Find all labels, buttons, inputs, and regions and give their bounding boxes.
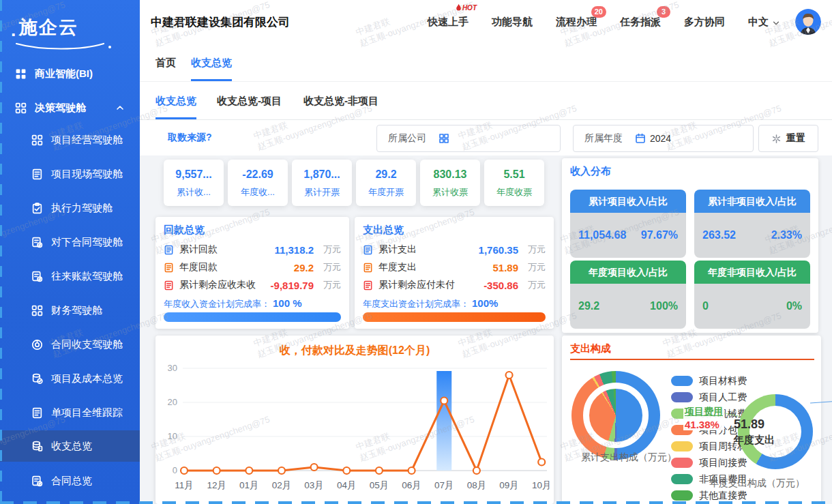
- process-count-badge: 20: [591, 6, 606, 18]
- legend-item[interactable]: 项目间接费: [671, 457, 760, 469]
- sidebar-item-project-operation[interactable]: 项目经营驾驶舱: [0, 125, 140, 155]
- sidebar-item-sub-contract[interactable]: 对下合同驾驶舱: [0, 227, 140, 257]
- stat-value: 830.13: [420, 168, 480, 181]
- payment-trend-chart[interactable]: 010203011月12月01月02月03月04月05月06月07月08月09月…: [155, 361, 554, 504]
- svg-text:03月: 03月: [304, 480, 324, 490]
- stat-label: 累计收...: [164, 186, 224, 198]
- stat-value: 5.51: [484, 168, 544, 181]
- logo-swoosh-icon: [14, 40, 116, 52]
- legend-item[interactable]: 其他直接费: [671, 490, 760, 501]
- sidebar-item-contract-payment[interactable]: 合同收支驾驶舱: [0, 329, 140, 359]
- nav-process-handling[interactable]: 20 流程办理: [556, 16, 597, 29]
- sidebar-item-label: 执行力驾驶舱: [51, 202, 113, 215]
- sidebar-item-income-expense[interactable]: 收支总览: [0, 430, 140, 462]
- nav-feature-guide[interactable]: 功能导航: [492, 16, 533, 29]
- svg-text:20: 20: [168, 397, 177, 407]
- target-icon: [31, 339, 43, 351]
- sidebar: · 施企云 商业智能(BI) 决策驾驶舱 项目经营驾驶舱 项目现场驾驶舱 执行力: [0, 0, 140, 504]
- stat-label: 年度收...: [228, 186, 288, 198]
- filter-bar: 取数来源? 所属公司 所属年度 2024 重置: [140, 120, 832, 155]
- pie-caption: 年度支出构成（万元）: [709, 477, 805, 490]
- sidebar-item-label: 项目现场驾驶舱: [51, 168, 123, 181]
- data-row: 年度支出 51.89 万元: [363, 261, 546, 274]
- sidebar-item-decision-cockpit[interactable]: 决策驾驶舱: [0, 93, 140, 123]
- chevron-down-icon: [772, 18, 780, 26]
- grid-icon: [31, 305, 43, 316]
- stat-label: 累计收票: [420, 186, 480, 198]
- sidebar-item-bi[interactable]: 商业智能(BI): [0, 59, 140, 89]
- nav-task-assign[interactable]: 3 任务指派: [620, 16, 661, 29]
- svg-text:0: 0: [173, 465, 177, 475]
- legend-swatch: [671, 474, 693, 484]
- sidebar-item-label: 单项目全维跟踪: [51, 406, 123, 419]
- collection-overview-panel: 回款总览 累计回款 11,318.2 万元 年度回款 29.2 万元 累计剩余应…: [155, 217, 349, 329]
- sub-tabs: 收支总览 收支总览-项目 收支总览-非项目: [140, 82, 832, 120]
- chart-title: 收，付款对比及走势图(12个月): [155, 344, 554, 358]
- income-card-cumulative-nonproject: 累计非项目收入/占比 263.522.33%: [694, 190, 810, 258]
- legend-label: 项目人工费: [699, 391, 747, 404]
- svg-text:04月: 04月: [337, 480, 357, 490]
- sidebar-item-accounts[interactable]: 往来账款驾驶舱: [0, 261, 140, 291]
- svg-text:08月: 08月: [467, 480, 487, 490]
- sidebar-item-label: 往来账款驾驶舱: [51, 270, 123, 283]
- svg-text:11月: 11月: [175, 480, 194, 490]
- title-underline: [570, 359, 814, 360]
- legend-swatch: [671, 392, 693, 402]
- language-selector[interactable]: 中文: [748, 16, 780, 29]
- document-icon: [363, 245, 373, 255]
- nav-collaboration[interactable]: 多方协同: [684, 16, 725, 29]
- svg-text:07月: 07月: [434, 480, 454, 490]
- panel-title: 回款总览: [164, 224, 205, 237]
- sidebar-item-single-project[interactable]: 单项目全维跟踪: [0, 398, 140, 428]
- stat-value: 9,557...: [164, 168, 224, 181]
- document-icon: [164, 280, 174, 291]
- reset-icon: [771, 134, 782, 144]
- stat-label: 年度收票: [484, 186, 544, 198]
- panel-title: 收入分布: [570, 165, 611, 178]
- subtab-project[interactable]: 收支总览-项目: [217, 82, 282, 119]
- stat-card-cumulative-income: 9,557... 累计收...: [164, 160, 224, 206]
- svg-text:30: 30: [168, 363, 177, 373]
- income-card-cumulative-project: 累计项目收入/占比 11,054.6897.67%: [570, 190, 686, 258]
- company-select[interactable]: 所属公司: [376, 125, 561, 152]
- user-avatar[interactable]: [795, 9, 821, 35]
- legend-item[interactable]: 项目人工费: [671, 391, 760, 403]
- legend-label: 项目间接费: [699, 457, 747, 469]
- app-logo[interactable]: · 施企云: [0, 10, 140, 53]
- top-header: 中建君联建设集团有限公司 HOT 快速上手 功能导航 20 流程办理 3 任务指…: [140, 0, 832, 44]
- sidebar-item-contract-overview[interactable]: 合同总览: [0, 466, 140, 496]
- document-badge-icon: [31, 237, 43, 248]
- legend-item[interactable]: 项目材料费: [671, 375, 760, 387]
- tab-income-expense[interactable]: 收支总览: [191, 44, 232, 81]
- year-select[interactable]: 所属年度 2024: [573, 125, 754, 152]
- sidebar-item-execution[interactable]: 执行力驾驶舱: [0, 193, 140, 223]
- sidebar-item-label: 项目经营驾驶舱: [51, 134, 123, 147]
- progress-label: 年度收入资金计划完成率：100 %: [164, 297, 302, 310]
- stat-card-annual-receipt: 5.51 年度收票: [484, 160, 544, 206]
- document-badge-icon: [31, 271, 43, 282]
- sidebar-item-finance[interactable]: 财务驾驶舱: [0, 295, 140, 325]
- legend-label: 项目材料费: [699, 375, 747, 387]
- legend-swatch: [671, 441, 693, 451]
- data-source-link[interactable]: 取数来源?: [168, 132, 212, 144]
- reset-button[interactable]: 重置: [758, 125, 818, 152]
- income-card-annual-nonproject: 年度非项目收入/占比 00%: [694, 261, 810, 329]
- subtab-non-project[interactable]: 收支总览-非项目: [303, 82, 378, 119]
- subtab-overview[interactable]: 收支总览: [155, 82, 196, 119]
- stat-value: -22.69: [228, 168, 288, 181]
- document-icon: [363, 280, 373, 291]
- expense-composition-panel: 支出构成 项目材料费项目人工费项目机械费项目分包费项目周转材项目间接费非项目费用…: [562, 336, 821, 504]
- sidebar-item-project-cost[interactable]: 项目及成本总览: [0, 364, 140, 394]
- svg-text:10: 10: [168, 431, 177, 441]
- year-select-label: 所属年度: [574, 132, 635, 145]
- svg-text:10月: 10月: [532, 480, 552, 490]
- document-icon: [164, 245, 174, 255]
- tab-home[interactable]: 首页: [155, 44, 176, 81]
- sidebar-item-label: 项目及成本总览: [51, 372, 123, 385]
- sidebar-item-project-site[interactable]: 项目现场驾驶舱: [0, 159, 140, 189]
- document-icon: [31, 407, 43, 419]
- nav-quick-start[interactable]: HOT 快速上手: [428, 16, 469, 29]
- sidebar-item-label: 合同总览: [51, 475, 92, 488]
- income-card-annual-project: 年度项目收入/占比 29.2100%: [570, 261, 686, 329]
- cumulative-expense-pie-chart[interactable]: [571, 371, 660, 460]
